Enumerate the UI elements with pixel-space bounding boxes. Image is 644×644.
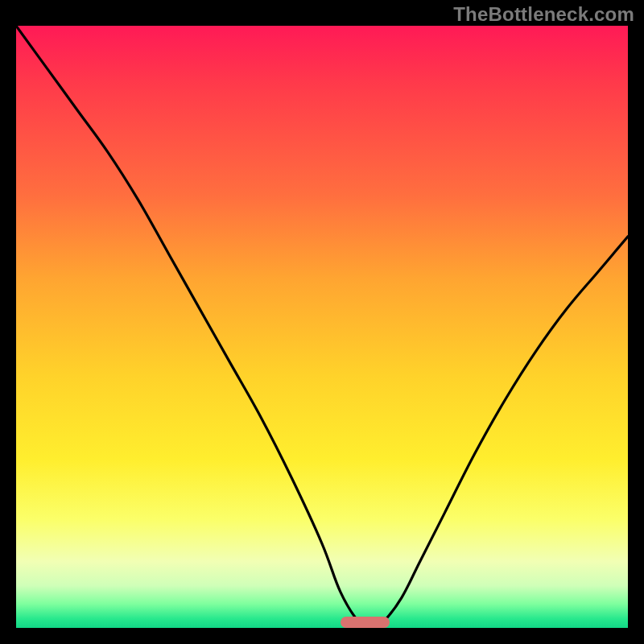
plot-area (16, 26, 628, 628)
bottleneck-curve (16, 26, 628, 628)
chart-frame: TheBottleneck.com (0, 0, 644, 644)
optimal-marker (341, 617, 390, 628)
curve-path (16, 26, 628, 628)
watermark-text: TheBottleneck.com (453, 3, 634, 26)
